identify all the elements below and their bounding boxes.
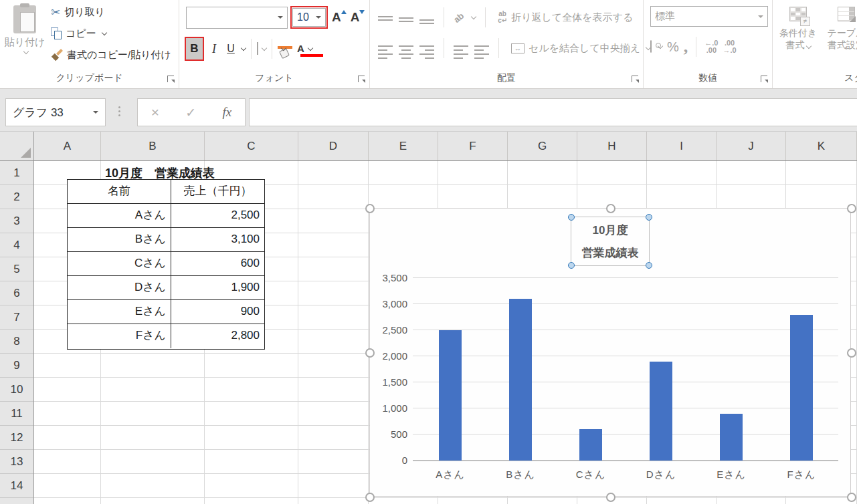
decrease-decimal-button[interactable]: .00 →.0 xyxy=(723,39,736,54)
orientation-button[interactable]: ab xyxy=(454,11,464,23)
cell-name[interactable]: Dさん xyxy=(68,276,171,299)
cell-name[interactable]: Aさん xyxy=(68,204,171,227)
row-header-11[interactable]: 11 xyxy=(0,402,33,426)
grow-font-button[interactable]: A xyxy=(330,9,347,26)
number-format-combo[interactable]: 標準 xyxy=(650,6,768,27)
shrink-font-button[interactable]: A xyxy=(349,9,365,26)
cancel-button[interactable]: × xyxy=(151,104,159,120)
column-header-H[interactable]: H xyxy=(577,132,647,160)
font-dialog-launcher-icon[interactable] xyxy=(358,76,365,82)
row-header-6[interactable]: 6 xyxy=(0,281,33,305)
align-center-button[interactable] xyxy=(399,37,413,59)
enter-button[interactable]: ✓ xyxy=(185,105,196,120)
merge-center-button[interactable]: ↔ セルを結合して中央揃え xyxy=(508,37,653,59)
copy-button[interactable]: コピー xyxy=(48,23,174,44)
column-header-J[interactable]: J xyxy=(717,132,786,160)
clipboard-dialog-launcher-icon[interactable] xyxy=(167,76,174,82)
formula-input[interactable] xyxy=(249,98,857,126)
title-handle-icon[interactable] xyxy=(568,262,575,269)
cell-value[interactable]: 600 xyxy=(171,252,264,275)
table-header-name[interactable]: 名前 xyxy=(68,180,171,203)
row-header-7[interactable]: 7 xyxy=(0,305,33,330)
row-header-14[interactable]: 14 xyxy=(0,474,33,498)
bar-Cさん[interactable] xyxy=(579,429,602,461)
chart-selection-handle-icon[interactable] xyxy=(847,204,856,213)
underline-dropdown-icon[interactable] xyxy=(241,45,246,50)
align-left-button[interactable] xyxy=(378,37,393,59)
font-color-dropdown-icon[interactable] xyxy=(308,45,313,50)
italic-button[interactable]: I xyxy=(206,42,222,56)
cell-value[interactable]: 2,800 xyxy=(171,324,264,348)
row-header-3[interactable]: 3 xyxy=(0,209,33,233)
name-box[interactable]: グラフ 33 xyxy=(5,98,106,126)
column-header-K[interactable]: K xyxy=(786,132,857,160)
bar-Bさん[interactable] xyxy=(509,299,532,461)
table-header-sales[interactable]: 売上（千円） xyxy=(171,180,264,203)
chart-selection-handle-icon[interactable] xyxy=(365,348,375,358)
underline-button[interactable]: U xyxy=(224,43,237,55)
chart-selection-handle-icon[interactable] xyxy=(606,493,615,502)
row-header-2[interactable]: 2 xyxy=(0,185,33,209)
wrap-text-button[interactable]: abc↵ 折り返して全体を表示する xyxy=(495,7,636,28)
chart-selection-handle-icon[interactable] xyxy=(847,493,856,502)
sales-table[interactable]: 名前売上（千円）Aさん2,500Bさん3,100Cさん600Dさん1,900Eさ… xyxy=(67,179,265,350)
increase-decimal-button[interactable]: ←.0 .00 xyxy=(704,39,718,54)
bar-Aさん[interactable] xyxy=(439,330,462,461)
orientation-dropdown-icon[interactable] xyxy=(471,13,476,19)
column-header-B[interactable]: B xyxy=(101,132,205,160)
number-dialog-launcher-icon[interactable] xyxy=(761,76,767,82)
borders-button[interactable] xyxy=(257,43,258,55)
insert-function-button[interactable]: fx xyxy=(223,105,232,120)
align-bottom-button[interactable] xyxy=(419,11,434,24)
format-as-table-button[interactable]: テーブル 書式設定 xyxy=(822,3,857,51)
borders-dropdown-icon[interactable] xyxy=(262,45,267,50)
row-header-4[interactable]: 4 xyxy=(0,233,33,257)
bar-Eさん[interactable] xyxy=(720,414,743,461)
chart-selection-handle-icon[interactable] xyxy=(365,204,375,213)
formula-bar-grip-icon[interactable] xyxy=(118,106,120,116)
column-header-I[interactable]: I xyxy=(647,132,717,160)
font-color-button[interactable]: A xyxy=(297,44,304,53)
cell-value[interactable]: 3,100 xyxy=(171,228,264,251)
bar-chart[interactable]: 05001,0001,5002,0002,5003,0003,500AさんBさん… xyxy=(369,208,851,497)
align-top-button[interactable] xyxy=(378,8,393,27)
cell-name[interactable]: Cさん xyxy=(68,252,171,275)
chart-selection-handle-icon[interactable] xyxy=(365,493,375,502)
cell-value[interactable]: 2,500 xyxy=(171,204,264,227)
title-handle-icon[interactable] xyxy=(568,214,575,221)
column-header-E[interactable]: E xyxy=(369,132,438,160)
title-handle-icon[interactable] xyxy=(646,262,652,269)
cell-name[interactable]: Bさん xyxy=(68,228,171,251)
chart-selection-handle-icon[interactable] xyxy=(606,204,615,213)
row-header-12[interactable]: 12 xyxy=(0,426,33,450)
column-header-F[interactable]: F xyxy=(438,132,508,160)
comma-style-button[interactable]: , xyxy=(684,41,688,53)
column-header-D[interactable]: D xyxy=(298,132,369,160)
align-middle-button[interactable] xyxy=(399,9,413,25)
cell-value[interactable]: 900 xyxy=(171,300,264,324)
decrease-indent-button[interactable] xyxy=(454,37,468,59)
column-header-G[interactable]: G xyxy=(508,132,577,160)
row-header-8[interactable]: 8 xyxy=(0,330,33,354)
chart-selection-handle-icon[interactable] xyxy=(847,348,856,358)
title-handle-icon[interactable] xyxy=(646,214,652,221)
percent-style-button[interactable]: % xyxy=(667,39,679,55)
column-header-C[interactable]: C xyxy=(205,132,298,160)
row-header-13[interactable]: 13 xyxy=(0,450,33,474)
bold-button[interactable]: B xyxy=(185,37,204,61)
cell-name[interactable]: Eさん xyxy=(68,300,171,324)
chart-title-box[interactable]: 10月度 営業成績表 xyxy=(571,217,650,266)
font-size-combo[interactable]: 10 xyxy=(292,8,326,27)
alignment-dialog-launcher-icon[interactable] xyxy=(632,76,638,82)
increase-indent-button[interactable] xyxy=(474,37,489,59)
column-header-A[interactable]: A xyxy=(34,132,101,160)
cell-value[interactable]: 1,900 xyxy=(171,276,264,299)
row-header-9[interactable]: 9 xyxy=(0,354,33,378)
row-header-5[interactable]: 5 xyxy=(0,257,33,281)
row-header-10[interactable]: 10 xyxy=(0,378,33,402)
align-right-button[interactable] xyxy=(419,37,434,59)
cell-name[interactable]: Fさん xyxy=(68,324,171,348)
accounting-format-button[interactable] xyxy=(650,41,652,53)
row-header-1[interactable]: 1 xyxy=(0,161,33,185)
cut-button[interactable]: ✂ 切り取り xyxy=(48,1,174,23)
